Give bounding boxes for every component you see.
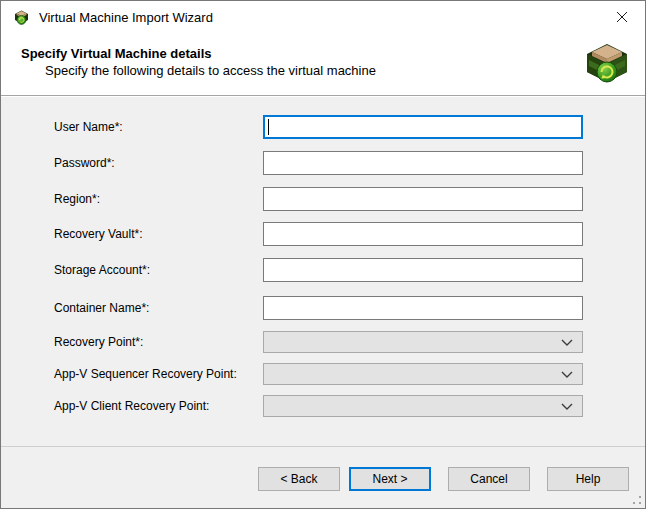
- close-icon: [615, 10, 629, 24]
- vm-import-box-icon: [582, 39, 632, 89]
- title-bar: Virtual Machine Import Wizard: [1, 1, 645, 33]
- wizard-header: Specify Virtual Machine details Specify …: [1, 33, 645, 96]
- wizard-window: Virtual Machine Import Wizard Specify Vi…: [0, 0, 646, 509]
- page-title: Specify Virtual Machine details: [21, 46, 212, 61]
- close-button[interactable]: [599, 1, 645, 32]
- recovery-vault-input[interactable]: [263, 222, 583, 246]
- back-button[interactable]: < Back: [258, 467, 340, 491]
- cancel-button[interactable]: Cancel: [448, 467, 530, 491]
- form-area: User Name*: Password*: Region*: Recovery…: [1, 97, 645, 508]
- help-button[interactable]: Help: [547, 467, 629, 491]
- form-row-region: Region*:: [1, 187, 645, 211]
- footer-divider: [1, 446, 645, 447]
- field-label: App-V Client Recovery Point:: [54, 395, 209, 417]
- field-label: App-V Sequencer Recovery Point:: [54, 363, 237, 385]
- chevron-down-icon: [561, 403, 573, 411]
- field-label: Container Name*:: [54, 296, 149, 320]
- field-label: Recovery Vault*:: [54, 222, 142, 246]
- vm-import-box-icon: [13, 9, 30, 26]
- form-row-appv-client: App-V Client Recovery Point:: [1, 395, 645, 417]
- resize-grip-icon[interactable]: [631, 494, 641, 504]
- text-caret: [268, 119, 269, 135]
- form-row-password: Password*:: [1, 151, 645, 175]
- field-label: Storage Account*:: [54, 258, 150, 282]
- form-row-recovery-point: Recovery Point*:: [1, 331, 645, 353]
- field-label: Password*:: [54, 151, 115, 175]
- field-label: Region*:: [54, 187, 100, 211]
- form-row-storage-account: Storage Account*:: [1, 258, 645, 282]
- user-name-input[interactable]: [263, 115, 583, 139]
- form-row-container-name: Container Name*:: [1, 296, 645, 320]
- form-row-user-name: User Name*:: [1, 115, 645, 139]
- form-row-recovery-vault: Recovery Vault*:: [1, 222, 645, 246]
- form-row-appv-sequencer: App-V Sequencer Recovery Point:: [1, 363, 645, 385]
- recovery-point-select[interactable]: [263, 331, 583, 353]
- storage-account-input[interactable]: [263, 258, 583, 282]
- next-button[interactable]: Next >: [349, 467, 431, 491]
- chevron-down-icon: [561, 339, 573, 347]
- appv-client-recovery-point-select[interactable]: [263, 395, 583, 417]
- chevron-down-icon: [561, 371, 573, 379]
- field-label: User Name*:: [54, 115, 123, 139]
- field-label: Recovery Point*:: [54, 331, 143, 353]
- appv-sequencer-recovery-point-select[interactable]: [263, 363, 583, 385]
- region-input[interactable]: [263, 187, 583, 211]
- page-subtitle: Specify the following details to access …: [45, 63, 376, 78]
- window-title: Virtual Machine Import Wizard: [39, 10, 213, 25]
- password-input[interactable]: [263, 151, 583, 175]
- container-name-input[interactable]: [263, 296, 583, 320]
